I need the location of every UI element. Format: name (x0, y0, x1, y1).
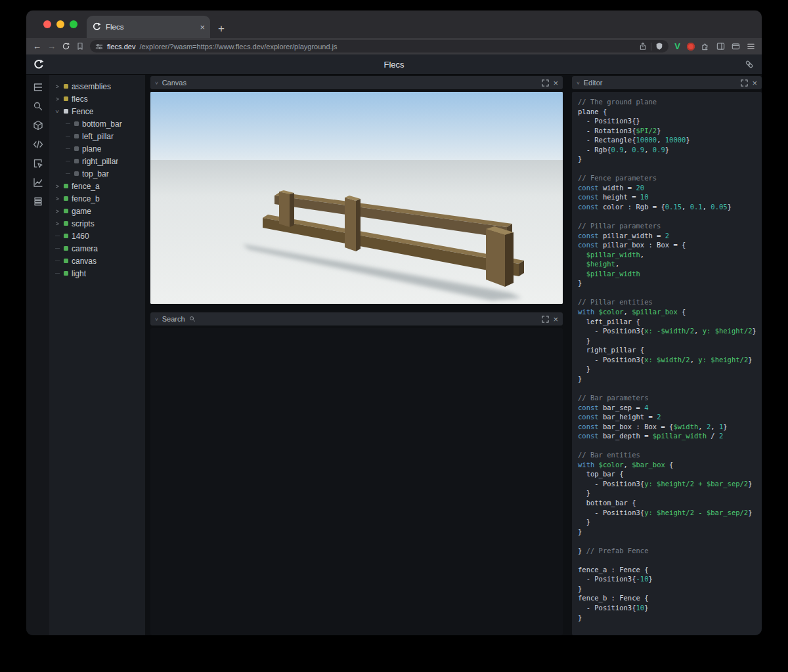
window-zoom-button[interactable] (70, 20, 77, 28)
address-bar[interactable]: flecs.dev /explorer/?wasm=https://www.fl… (90, 40, 668, 52)
editor-panel-header[interactable]: > Editor × (572, 76, 762, 89)
search-icon[interactable] (32, 100, 44, 112)
expand-arrow-icon[interactable]: > (55, 95, 60, 102)
code-line: } (578, 527, 760, 537)
code-line: - Position3{x: -$width/2, y: $height/2} (578, 326, 760, 336)
tree-item-right_pillar[interactable]: right_pillar (49, 155, 145, 167)
forward-button[interactable]: → (47, 42, 56, 51)
tree-item-label: flecs (72, 94, 88, 104)
tree-item-top_bar[interactable]: top_bar (49, 167, 145, 180)
code-line: bottom_bar { (578, 498, 760, 508)
entity-bullet-icon (74, 121, 79, 126)
side-panel-icon[interactable] (716, 42, 725, 51)
search-results-area[interactable] (150, 328, 563, 635)
back-button[interactable]: ← (33, 42, 41, 51)
expand-icon[interactable] (542, 316, 549, 323)
expand-arrow-icon[interactable]: > (55, 207, 60, 215)
editor-code[interactable]: // The ground planeplane { - Position3{}… (572, 92, 762, 635)
search-panel-title: Search (162, 315, 185, 323)
tree-item-camera[interactable]: camera (49, 242, 145, 255)
permalink-icon[interactable] (745, 60, 754, 69)
wallet-icon[interactable] (732, 42, 740, 51)
search-panel-header[interactable]: > Search × (150, 312, 563, 326)
tree-guide-line (55, 236, 60, 236)
icon-rail (26, 75, 49, 635)
tree-item-fence_b[interactable]: >fence_b (49, 192, 145, 205)
canvas-panel-title: Canvas (162, 79, 186, 87)
tree-item-light[interactable]: light (49, 267, 145, 280)
tree-item-canvas[interactable]: canvas (49, 255, 145, 267)
window-minimize-button[interactable] (56, 20, 64, 28)
tree-item-Fence[interactable]: >Fence (49, 105, 145, 117)
code-line: } (578, 488, 760, 498)
expand-arrow-icon[interactable]: > (55, 220, 60, 227)
menu-icon[interactable] (747, 42, 755, 51)
tree-item-assemblies[interactable]: >assemblies (49, 80, 145, 93)
chevron-down-icon[interactable]: > (154, 318, 160, 321)
chevron-down-icon[interactable]: > (154, 81, 160, 85)
canvas-panel-header[interactable]: > Canvas × (150, 76, 563, 89)
code-line: with $color, $bar_box { (578, 460, 760, 470)
tree-guide-line (66, 136, 70, 136)
tree-item-bottom_bar[interactable]: bottom_bar (49, 117, 145, 130)
entity-bullet-icon (64, 209, 68, 213)
editor-panel: > Editor × // The ground planeplane { - … (572, 76, 762, 635)
site-settings-icon[interactable] (95, 43, 103, 51)
entity-bullet-icon (64, 196, 68, 201)
chart-icon[interactable] (32, 177, 44, 188)
reload-button[interactable] (62, 42, 70, 51)
expand-arrow-icon[interactable]: > (55, 83, 60, 90)
red-extension-icon[interactable] (687, 43, 695, 51)
chevron-down-icon[interactable]: > (575, 81, 581, 85)
canvas-3d-view[interactable] (150, 92, 563, 304)
tree-item-flecs[interactable]: >flecs (49, 93, 145, 105)
tree-item-fence_a[interactable]: >fence_a (49, 180, 145, 192)
v-extension-icon[interactable]: V (674, 41, 680, 51)
outliner-icon[interactable] (32, 81, 44, 93)
expand-icon[interactable] (741, 79, 748, 87)
tree-item-left_pillar[interactable]: left_pillar (49, 130, 145, 142)
expand-arrow-icon[interactable]: > (55, 182, 60, 190)
entity-bullet-icon (64, 184, 68, 188)
search-icon (189, 316, 196, 322)
close-icon[interactable]: × (752, 79, 757, 87)
expand-icon[interactable] (542, 79, 549, 87)
entity-bullet-icon (64, 271, 68, 276)
entities-icon[interactable] (32, 119, 44, 131)
code-line: const height = 10 (578, 192, 760, 202)
commands-icon[interactable] (32, 196, 44, 207)
tree-item-scripts[interactable]: >scripts (49, 217, 145, 230)
bookmark-icon[interactable] (76, 42, 84, 51)
inspect-icon[interactable] (32, 158, 44, 169)
browser-tab[interactable]: Flecs × (87, 16, 210, 38)
browser-window: Flecs × + ← → flecs.dev /explorer/?wasm=… (26, 10, 762, 635)
entity-bullet-icon (64, 246, 68, 251)
close-icon[interactable]: × (553, 79, 558, 87)
new-tab-button[interactable]: + (218, 23, 225, 34)
close-icon[interactable]: × (553, 315, 558, 324)
code-line: fence_a : Fence { (578, 565, 760, 575)
collapse-arrow-icon[interactable]: > (54, 108, 61, 114)
tab-close-icon[interactable]: × (200, 22, 205, 32)
tree-item-plane[interactable]: plane (49, 142, 145, 155)
app-header: Flecs (26, 54, 762, 75)
expand-arrow-icon[interactable]: > (55, 195, 60, 202)
code-icon[interactable] (32, 138, 44, 150)
tree-item-label: assemblies (72, 82, 111, 91)
url-path: /explorer/?wasm=https://www.flecs.dev/ex… (139, 43, 635, 51)
tree-item-label: fence_a (72, 182, 100, 191)
code-line: } (578, 613, 760, 623)
window-close-button[interactable] (43, 20, 51, 28)
code-line: const bar_sep = 4 (578, 403, 760, 413)
entity-bullet-icon (64, 84, 68, 89)
share-icon[interactable] (639, 42, 647, 51)
code-line: $pillar_width (578, 269, 760, 279)
tree-item-1460[interactable]: 1460 (49, 230, 145, 242)
puzzle-extensions-icon[interactable] (701, 42, 710, 51)
page-title: Flecs (26, 60, 762, 70)
code-line: - Rotation3{$PI/2} (578, 126, 760, 136)
browser-tab-strip: Flecs × + (26, 10, 762, 38)
shield-icon[interactable] (655, 42, 663, 51)
tree-item-game[interactable]: >game (49, 205, 145, 217)
code-line: const bar_height = 2 (578, 412, 760, 422)
